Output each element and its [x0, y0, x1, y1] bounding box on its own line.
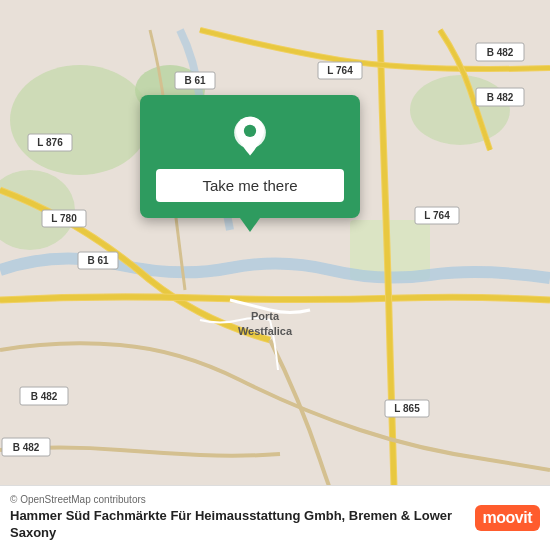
svg-text:L 764: L 764: [327, 65, 353, 76]
take-me-there-button[interactable]: Take me there: [156, 169, 344, 202]
svg-text:B 61: B 61: [184, 75, 206, 86]
svg-text:B 482: B 482: [487, 92, 514, 103]
svg-text:L 865: L 865: [394, 403, 420, 414]
svg-text:Porta: Porta: [251, 310, 280, 322]
svg-point-31: [244, 125, 256, 137]
svg-text:B 482: B 482: [487, 47, 514, 58]
location-popup: Take me there: [140, 95, 360, 218]
place-name: Hammer Süd Fachmärkte Für Heimausstattun…: [10, 508, 465, 542]
svg-text:B 61: B 61: [87, 255, 109, 266]
svg-text:L 780: L 780: [51, 213, 77, 224]
svg-point-4: [410, 75, 510, 145]
svg-text:L 876: L 876: [37, 137, 63, 148]
map-background: B 482 B 482 L 764 L 764 L 876 L 780 B 61…: [0, 0, 550, 550]
svg-text:B 482: B 482: [31, 391, 58, 402]
svg-text:L 764: L 764: [424, 210, 450, 221]
bottom-bar-left: © OpenStreetMap contributors Hammer Süd …: [10, 494, 465, 542]
location-pin-icon: [228, 115, 272, 159]
osm-credit: © OpenStreetMap contributors: [10, 494, 465, 505]
moovit-logo-text: moovit: [483, 509, 532, 527]
moovit-logo[interactable]: moovit: [475, 505, 540, 531]
svg-text:B 482: B 482: [13, 442, 40, 453]
svg-point-1: [10, 65, 150, 175]
bottom-info-bar: © OpenStreetMap contributors Hammer Süd …: [0, 485, 550, 550]
map-container: B 482 B 482 L 764 L 764 L 876 L 780 B 61…: [0, 0, 550, 550]
svg-text:Westfalica: Westfalica: [238, 325, 293, 337]
